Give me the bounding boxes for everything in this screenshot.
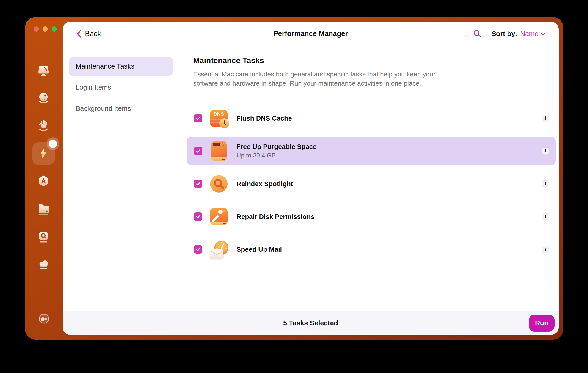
checkbox-checked[interactable] <box>194 114 202 122</box>
space-lens-icon <box>37 230 50 243</box>
minimize-window-button[interactable] <box>43 26 48 32</box>
rail-item-smart-care[interactable] <box>37 65 50 77</box>
dns-task-icon: DNS <box>210 110 228 127</box>
task-row-speed-up-mail[interactable]: Speed Up Mail i <box>187 235 556 263</box>
task-row-flush-dns[interactable]: DNS Flush DNS Cache i <box>187 104 556 132</box>
mail-speed-icon <box>210 241 228 258</box>
sidebar-item-login-items[interactable]: Login Items <box>69 78 173 97</box>
checkmark-icon <box>195 148 201 154</box>
tasks-selected-status: 5 Tasks Selected <box>63 311 559 335</box>
rail-item-cleanup[interactable] <box>37 91 50 104</box>
task-label: Speed Up Mail <box>236 245 282 254</box>
info-icon: i <box>545 214 546 219</box>
magnifier-icon <box>212 177 226 191</box>
section-intro: Maintenance Tasks Essential Mac care inc… <box>193 55 441 88</box>
app-window: Back Performance Manager Sort by: Name <box>25 17 563 340</box>
zoom-window-button[interactable] <box>52 26 57 32</box>
chevron-left-icon <box>77 30 81 38</box>
display-icon <box>37 65 50 77</box>
sort-by-label: Sort by: <box>492 30 517 38</box>
header-bar: Back Performance Manager Sort by: Name <box>63 22 559 46</box>
sidebar-item-background-items[interactable]: Background Items <box>69 99 173 118</box>
info-button[interactable]: i <box>542 246 549 253</box>
task-list: DNS Flush DNS Cache i <box>187 104 556 268</box>
section-heading: Maintenance Tasks <box>193 55 441 65</box>
content-panel: Back Performance Manager Sort by: Name <box>63 22 559 335</box>
rail-item-protection[interactable] <box>37 119 50 132</box>
rail-item-applications[interactable] <box>37 175 50 188</box>
checkmark-icon <box>195 246 201 252</box>
storage-cloud-icon <box>37 257 50 270</box>
assistant-icon <box>39 313 49 324</box>
info-button[interactable]: i <box>542 181 549 187</box>
cleanup-ball-icon <box>37 91 50 104</box>
spotlight-task-icon <box>210 175 228 192</box>
info-icon: i <box>545 247 546 252</box>
protection-hand-icon <box>37 119 50 132</box>
checkmark-icon <box>195 115 201 121</box>
info-button[interactable]: i <box>542 148 549 155</box>
info-icon: i <box>545 116 546 120</box>
task-text-block: Free Up Purgeable Space Up to 30,4 GB <box>236 143 317 159</box>
rail-item-performance-selected[interactable] <box>32 142 55 165</box>
back-label: Back <box>85 30 101 38</box>
info-button[interactable]: i <box>542 213 549 220</box>
info-button[interactable]: i <box>542 115 549 122</box>
checkmark-icon <box>195 181 201 187</box>
rail-item-space-lens[interactable] <box>37 230 50 243</box>
task-label: Repair Disk Permissions <box>236 213 315 221</box>
vertical-divider <box>179 47 179 311</box>
sidebar-nav: Maintenance Tasks Login Items Background… <box>69 57 173 118</box>
task-label: Flush DNS Cache <box>236 114 292 122</box>
applications-icon <box>37 175 50 188</box>
dns-icon-text: DNS <box>210 111 228 117</box>
rail-item-assistant[interactable] <box>39 313 49 324</box>
chevron-down-icon[interactable] <box>540 32 546 36</box>
info-icon: i <box>545 181 546 186</box>
rail-item-files[interactable] <box>37 202 50 215</box>
section-description: Essential Mac care includes both general… <box>193 69 436 88</box>
rail-item-storage[interactable] <box>37 257 50 270</box>
header-actions: Sort by: Name <box>473 22 546 46</box>
performance-lightning-icon <box>37 147 50 160</box>
task-subtitle: Up to 30,4 GB <box>236 151 317 159</box>
checkbox-checked[interactable] <box>194 212 202 221</box>
task-row-reindex-spotlight[interactable]: Reindex Spotlight i <box>187 170 556 198</box>
checkbox-checked[interactable] <box>194 147 202 155</box>
checkbox-checked[interactable] <box>194 180 202 188</box>
desktop-background: Back Performance Manager Sort by: Name <box>0 0 588 373</box>
clock-badge-icon <box>219 118 229 128</box>
repair-disk-icon <box>210 208 228 225</box>
checkmark-icon <box>195 214 201 220</box>
purgeable-disk-icon <box>210 142 228 160</box>
footer-bar: 5 Tasks Selected Run <box>63 311 559 335</box>
search-icon[interactable] <box>473 30 482 38</box>
task-label: Free Up Purgeable Space <box>236 143 317 151</box>
task-row-free-up-purgeable-space[interactable]: Free Up Purgeable Space Up to 30,4 GB i <box>187 137 556 165</box>
sidebar-item-maintenance-tasks[interactable]: Maintenance Tasks <box>69 57 173 76</box>
envelope-icon <box>210 249 223 259</box>
run-button[interactable]: Run <box>529 315 555 331</box>
task-row-repair-disk-permissions[interactable]: Repair Disk Permissions i <box>187 202 556 231</box>
files-folder-icon <box>37 202 50 215</box>
task-label: Reindex Spotlight <box>236 180 293 188</box>
close-window-button[interactable] <box>34 26 39 32</box>
sort-value-dropdown[interactable]: Name <box>520 30 538 38</box>
back-button[interactable]: Back <box>77 22 101 46</box>
info-icon: i <box>545 149 546 153</box>
checkbox-checked[interactable] <box>194 245 202 254</box>
notification-badge <box>49 140 57 148</box>
